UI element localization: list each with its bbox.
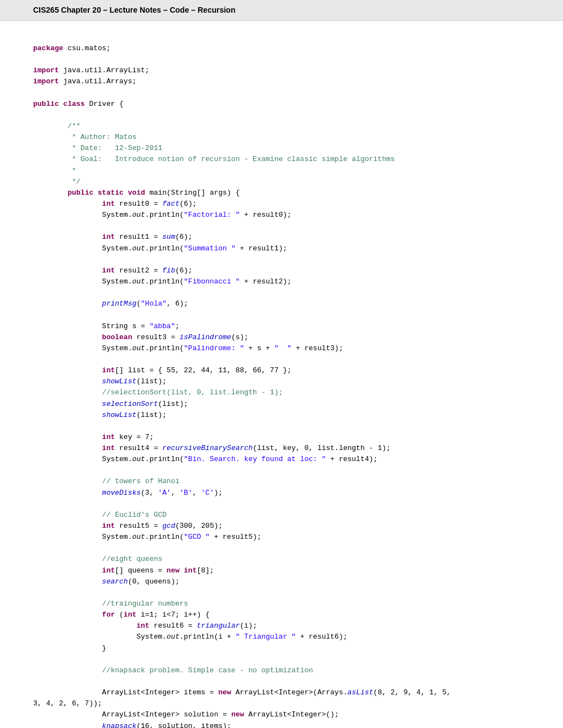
page-title: CIS265 Chapter 20 – Lecture Notes – Code… (33, 6, 235, 14)
page: CIS265 Chapter 20 – Lecture Notes – Code… (0, 0, 563, 728)
code-block: package csu.matos; import java.util.Arra… (33, 43, 530, 728)
page-header: CIS265 Chapter 20 – Lecture Notes – Code… (0, 0, 563, 21)
code-container: package csu.matos; import java.util.Arra… (0, 38, 563, 728)
